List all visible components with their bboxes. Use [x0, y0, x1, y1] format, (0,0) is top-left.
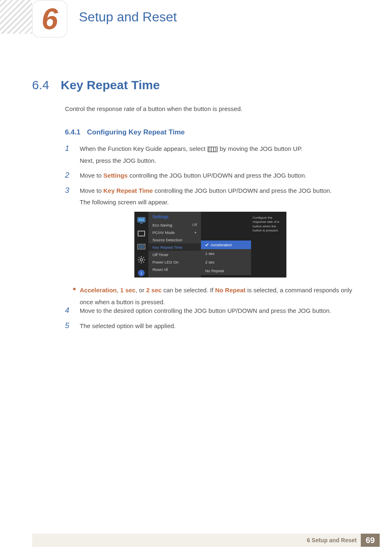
- keyword: Key Repeat Time: [104, 187, 153, 194]
- chapter-badge: 6: [32, 0, 67, 38]
- section-description: Control the response rate of a button wh…: [65, 105, 242, 112]
- osd-menu-item-selected: Key Repeat Time: [148, 243, 201, 251]
- osd-sidebar: i: [134, 212, 148, 278]
- header-inner: Setup and Reset: [32, 0, 392, 34]
- osd-menu-item: Eco SavingOff: [148, 221, 201, 229]
- step-body: Move to Key Repeat Time controlling the …: [80, 185, 332, 208]
- svg-rect-4: [138, 218, 144, 222]
- bullet-icon: [73, 288, 76, 290]
- subsection-title: Configuring Key Repeat Time: [87, 128, 185, 136]
- check-icon: [205, 243, 209, 247]
- svg-text:i: i: [141, 271, 142, 275]
- keyword: 2 sec: [146, 287, 162, 294]
- subsection-heading: 6.4.1 Configuring Key Repeat Time: [65, 128, 185, 136]
- osd-menu-item: PC/AV Mode▸: [148, 229, 201, 236]
- step-number: 3: [65, 186, 72, 195]
- step-text: Move to: [80, 172, 104, 179]
- step-text: controlling the JOG button UP/DOWN and p…: [153, 187, 332, 194]
- svg-rect-0: [209, 147, 216, 152]
- section-title: Key Repeat Time: [61, 78, 160, 92]
- step-text: Move to: [80, 187, 104, 194]
- keyword: Settings: [104, 172, 128, 179]
- step-number: 2: [65, 171, 72, 180]
- picture-icon: [137, 229, 146, 238]
- keyword: 1 sec: [120, 287, 136, 294]
- svg-rect-6: [138, 231, 145, 236]
- osd-help-text: Configure the response rate of a button …: [250, 212, 286, 278]
- step-2: 2 Move to Settings controlling the JOG b…: [65, 170, 357, 182]
- list-icon: [137, 242, 146, 251]
- step-number: 1: [65, 144, 72, 153]
- step-4: 4 Move to the desired option controlling…: [65, 305, 357, 317]
- step-body: Move to the desired option controlling t…: [80, 305, 331, 317]
- step-text: The following screen will appear.: [80, 199, 169, 206]
- chapter-number: 6: [42, 4, 58, 34]
- header-bar: Setup and Reset 6: [0, 0, 392, 34]
- steps-list-2: 4 Move to the desired option controlling…: [65, 305, 357, 335]
- osd-screenshot: i Settings Eco SavingOff PC/AV Mode▸ Sou…: [134, 212, 286, 278]
- osd-popup-item-selected: Acceleration: [201, 240, 251, 249]
- osd-popup-item: 1 sec: [201, 249, 251, 258]
- step-number: 4: [65, 306, 72, 315]
- gear-icon: [137, 255, 146, 264]
- osd-menu-item: Reset All: [148, 266, 201, 273]
- keyword: Acceleration: [80, 287, 117, 294]
- note-text: Acceleration, 1 sec, or 2 sec can be sel…: [80, 284, 359, 308]
- svg-point-15: [140, 259, 143, 261]
- footer-bar: 6 Setup and Reset 69: [32, 534, 380, 547]
- footer-text: 6 Setup and Reset: [307, 537, 361, 543]
- chapter-title: Setup and Reset: [79, 9, 177, 25]
- step-text: Next, press the JOG button.: [80, 157, 156, 164]
- section-heading: 6.4 Key Repeat Time: [32, 78, 160, 92]
- osd-menu-item: Power LED On: [148, 258, 201, 266]
- steps-list: 1 When the Function Key Guide appears, s…: [65, 143, 357, 212]
- osd-popup: Acceleration 1 sec 2 sec No Repeat: [201, 240, 251, 275]
- step-text: controlling the JOG button UP/DOWN and p…: [128, 172, 307, 179]
- step-text: ] by moving the JOG button UP.: [216, 145, 302, 152]
- step-body: When the Function Key Guide appears, sel…: [80, 143, 302, 166]
- menu-grid-icon: [209, 145, 216, 152]
- subsection-number: 6.4.1: [65, 128, 81, 136]
- page-number: 69: [361, 534, 380, 547]
- step-5: 5 The selected option will be applied.: [65, 320, 357, 332]
- osd-menu-item: Off Timer: [148, 251, 201, 258]
- header-stripes: [0, 0, 32, 34]
- info-icon: i: [137, 268, 146, 278]
- osd-popup-item: No Repeat: [201, 266, 251, 275]
- osd-menu: Settings Eco SavingOff PC/AV Mode▸ Sourc…: [148, 212, 201, 278]
- step-number: 5: [65, 321, 72, 330]
- step-text: When the Function Key Guide appears, sel…: [80, 145, 209, 152]
- osd-popup-item: 2 sec: [201, 258, 251, 266]
- osd-menu-title: Settings: [148, 215, 201, 221]
- keyword: No Repeat: [215, 287, 245, 294]
- step-body: The selected option will be applied.: [80, 320, 175, 332]
- monitor-icon: [137, 216, 146, 225]
- section-number: 6.4: [32, 78, 49, 92]
- osd-menu-item: Source Detection: [148, 236, 201, 243]
- step-1: 1 When the Function Key Guide appears, s…: [65, 143, 357, 166]
- osd-middle: Acceleration 1 sec 2 sec No Repeat: [201, 212, 250, 278]
- step-3: 3 Move to Key Repeat Time controlling th…: [65, 185, 357, 208]
- step-body: Move to Settings controlling the JOG but…: [80, 170, 307, 182]
